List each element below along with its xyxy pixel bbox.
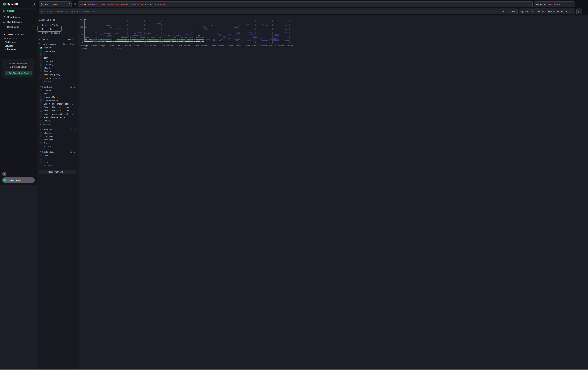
search-input[interactable]: Search your events w/ Lucene ex. column:… — [39, 9, 294, 14]
checkbox[interactable] — [40, 50, 42, 52]
checkbox[interactable] — [40, 158, 42, 160]
collapse-sidebar-icon[interactable] — [32, 3, 35, 5]
filter-option-servicename[interactable]: ad — [39, 53, 76, 56]
sidebar-item-client-sessions[interactable]: Client Sessions — [0, 20, 37, 24]
filter-option-label: ad — [44, 53, 46, 56]
filter-option-spanname[interactable]: documentFetch — [39, 95, 76, 99]
checkbox[interactable] — [40, 89, 42, 91]
preset-clickhouse[interactable]: ClickHouse — [0, 40, 37, 44]
checkbox[interactable] — [40, 67, 42, 69]
sql-token: , — [114, 3, 116, 6]
sql-select-input[interactable]: SELECT Timestamp, ServiceName, StatusCod… — [78, 1, 294, 7]
filter-option-servicename[interactable]: checkout — [39, 60, 76, 63]
checkbox[interactable] — [40, 120, 42, 122]
filter-option-servicename[interactable]: flagd — [39, 66, 76, 70]
checkbox[interactable] — [40, 53, 42, 56]
sidebar-item-dashboards[interactable]: Dashboards — [0, 24, 37, 30]
clear-all-button[interactable]: Clear all — [66, 38, 76, 40]
checkbox[interactable] — [40, 142, 42, 144]
filter-option-spanname[interactable]: change — [39, 89, 76, 92]
get-started-button[interactable]: Get Started for Free — [5, 71, 32, 75]
checkbox[interactable] — [40, 132, 42, 134]
checkbox[interactable] — [40, 57, 42, 59]
pin-icon[interactable] — [73, 151, 76, 153]
preset-kubernetes[interactable]: Kubernetes — [0, 48, 37, 51]
analysis-mode-results-table[interactable]: Results Table — [40, 23, 76, 27]
filter-option-servicename[interactable]: payment — [39, 46, 76, 49]
filter-option-spankind[interactable]: Consumer — [39, 135, 76, 138]
checkbox[interactable] — [40, 139, 42, 141]
checkbox[interactable] — [40, 64, 42, 66]
search-icon[interactable] — [70, 151, 72, 153]
filter-option-spanname[interactable]: click — [39, 92, 76, 95]
search-icon[interactable] — [70, 128, 72, 131]
filter-group-header-servicename[interactable]: ServiceNameClear — [39, 42, 76, 46]
filter-option-servicename[interactable]: load-generator — [39, 76, 76, 80]
checkbox[interactable] — [40, 154, 42, 156]
filter-option-label: eventListener.error — [44, 116, 66, 119]
checkbox[interactable] — [40, 116, 42, 118]
filter-option-statuscode[interactable]: Error — [39, 154, 76, 157]
filter-option-spanname[interactable]: Error: The credit card (… — [39, 102, 76, 106]
show-more-button-servicename[interactable]: Show more — [39, 80, 76, 83]
filter-option-statuscode[interactable]: Unset — [39, 160, 76, 164]
filter-option-statuscode[interactable]: Ok — [39, 157, 76, 160]
filter-group-header-spanname[interactable]: SpanName — [39, 85, 76, 89]
checkbox[interactable] — [40, 103, 42, 105]
filter-option-spankind[interactable]: Server — [39, 141, 76, 145]
checkbox[interactable] — [40, 135, 42, 137]
filter-option-spanname[interactable]: documentLoad — [39, 99, 76, 102]
clear-filter-button[interactable]: Clear — [70, 43, 76, 45]
checkbox[interactable] — [40, 110, 42, 112]
checkbox[interactable] — [40, 106, 42, 108]
duration-heatmap-chart[interactable] — [78, 19, 294, 49]
filter-option-spankind[interactable]: Internal — [39, 138, 76, 141]
checkbox[interactable] — [40, 77, 42, 79]
load-more-button-spankind[interactable]: Load more — [39, 145, 76, 148]
filter-option-spanname[interactable]: eventListener.error — [39, 116, 76, 119]
source-select[interactable]: Demo Traces — [39, 1, 72, 7]
filter-option-servicename[interactable]: currency — [39, 63, 76, 66]
checkbox[interactable] — [40, 74, 42, 76]
clickhouse-cloud-promo-card: Ready to deploy on ClickHouse Cloud? Get… — [2, 59, 34, 78]
checkbox[interactable] — [40, 60, 42, 62]
pin-icon[interactable] — [73, 86, 76, 88]
pin-icon[interactable] — [73, 128, 76, 131]
presets-toggle[interactable]: PRESETS — [0, 37, 37, 40]
filter-option-spankind[interactable]: Client — [39, 131, 76, 135]
analysis-mode-event-deltas[interactable]: Event Deltas — [40, 27, 76, 31]
checkbox[interactable] — [40, 100, 42, 101]
show-more-button-spanname[interactable]: Show more — [39, 122, 76, 126]
filter-group-header-spankind[interactable]: SpanKind — [39, 128, 76, 131]
search-icon[interactable] — [63, 43, 65, 46]
user-menu-local-mode[interactable]: U Local mode › — [2, 178, 35, 183]
sidebar-item-chart-explorer[interactable]: Chart Explorer — [0, 14, 37, 20]
filter-option-spanname[interactable]: Error: The credit card (… — [39, 106, 76, 109]
preset-services[interactable]: Services — [0, 44, 37, 48]
analysis-mode-event-patterns[interactable]: Event Patterns — [40, 31, 76, 35]
search-icon[interactable] — [70, 86, 72, 88]
filter-option-spanname[interactable]: Error: Visa cache full: … — [39, 112, 76, 116]
checkbox[interactable] — [40, 47, 42, 49]
filter-option-spanname[interactable]: EXPIRE — [39, 119, 76, 122]
filter-option-servicename[interactable]: accounting — [39, 49, 76, 53]
checkbox[interactable] — [40, 96, 42, 98]
help-button[interactable]: ? — [2, 172, 6, 176]
filter-group-header-statuscode[interactable]: StatusCode — [39, 150, 76, 154]
sidebar-item-search[interactable]: Search — [0, 9, 37, 13]
checkbox[interactable] — [40, 70, 42, 72]
checkbox[interactable] — [40, 113, 42, 115]
create-dashboard-button[interactable]: + Create Dashboard — [0, 32, 37, 37]
checkbox[interactable] — [40, 93, 42, 95]
database-icon — [41, 3, 43, 6]
chevron-down-icon — [64, 171, 66, 173]
gear-icon[interactable]: ⚙ — [73, 3, 77, 6]
pin-icon[interactable] — [66, 43, 69, 46]
checkbox[interactable] — [40, 161, 42, 163]
load-more-button-statuscode[interactable]: Load more — [39, 164, 76, 167]
filter-option-servicename[interactable]: frontend-proxy — [39, 73, 76, 76]
more-filters-button[interactable]: More filters — [39, 170, 76, 174]
filter-option-servicename[interactable]: frontend — [39, 70, 76, 73]
filter-option-servicename[interactable]: cart — [39, 56, 76, 60]
filter-option-spanname[interactable]: Error: The credit card (… — [39, 109, 76, 112]
